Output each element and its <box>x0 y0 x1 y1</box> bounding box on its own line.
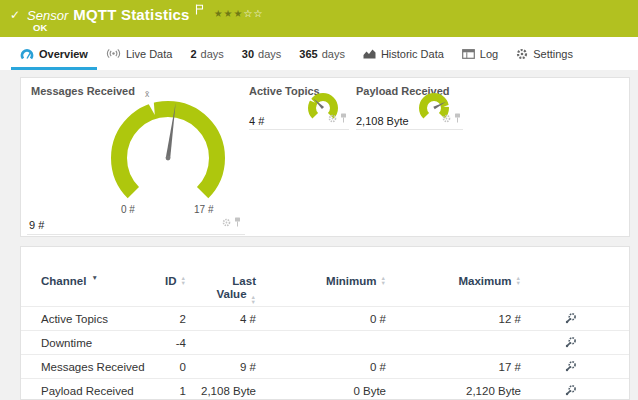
tab-overview-label: Overview <box>39 48 88 60</box>
gauge-current-value: 9 # <box>29 219 44 231</box>
sort-arrows-icon: ▲▼ <box>381 276 386 285</box>
table-row: Messages Received 0 9 # 0 # 17 # <box>21 354 629 378</box>
cell-channel: Downtime <box>41 337 151 349</box>
tab-365-days-number: 365 <box>299 48 317 60</box>
column-header-id[interactable]: ID ▲▼ <box>151 275 186 287</box>
cell-maximum: 12 # <box>386 313 521 325</box>
pin-icon[interactable] <box>454 109 461 127</box>
cell-maximum: 2,120 Byte <box>386 385 521 397</box>
gauge-current-value: 4 # <box>249 115 264 127</box>
overview-content: Messages Received x̄ 0 # 17 # 9 # <box>0 70 638 400</box>
channel-settings-icon[interactable] <box>521 336 591 349</box>
channel-gear-icon[interactable] <box>442 109 451 127</box>
column-header-last-value[interactable]: Last Value▲▼ <box>186 275 256 303</box>
live-signal-icon <box>106 48 121 59</box>
cell-last-value: 4 # <box>186 313 256 325</box>
cell-last-value: 9 # <box>186 361 256 373</box>
tab-live-data-label: Live Data <box>126 48 172 60</box>
tab-log[interactable]: Log <box>453 37 507 70</box>
cell-minimum: 0 # <box>256 313 386 325</box>
cell-minimum: 0 # <box>256 361 386 373</box>
status-badge: OK <box>33 22 47 33</box>
sort-arrows-icon: ▲▼ <box>251 295 256 304</box>
pin-icon[interactable] <box>234 213 241 231</box>
column-header-maximum[interactable]: Maximum ▲▼ <box>386 275 521 287</box>
cell-id: 0 <box>151 361 186 373</box>
bar-chart-icon <box>363 48 376 59</box>
priority-stars[interactable]: ★★★☆☆ <box>214 8 264 19</box>
filter-caret-icon: ▼ <box>91 274 97 281</box>
column-header-channel[interactable]: Channel ▼ <box>41 275 151 287</box>
stars-filled[interactable]: ★★★ <box>214 8 244 19</box>
log-table-icon <box>462 49 475 59</box>
tab-365-days-word: days <box>322 48 345 60</box>
cell-maximum: 17 # <box>386 361 521 373</box>
tab-bar: Overview Live Data 2 days 30 days 365 da… <box>0 37 638 70</box>
column-header-minimum[interactable]: Minimum ▲▼ <box>256 275 386 287</box>
tab-historic-data[interactable]: Historic Data <box>354 37 453 70</box>
channel-table: Channel ▼ ID ▲▼ Last Value▲▼ Minimum ▲▼ … <box>21 247 629 400</box>
sort-arrows-icon: ▲▼ <box>181 276 186 285</box>
gauge-tile-messages-received[interactable]: Messages Received x̄ 0 # 17 # 9 # <box>27 82 245 235</box>
tab-overview[interactable]: Overview <box>11 37 97 70</box>
sort-arrows-icon: ▲▼ <box>516 276 521 285</box>
tab-2-days-number: 2 <box>190 48 196 60</box>
flag-icon[interactable] <box>195 1 204 19</box>
table-row: Downtime -4 <box>21 330 629 354</box>
pin-icon[interactable] <box>340 109 347 127</box>
channel-settings-icon[interactable] <box>521 384 591 397</box>
cell-id: 2 <box>151 313 186 325</box>
tab-2-days-word: days <box>201 48 224 60</box>
object-kind-label: Sensor <box>27 8 68 23</box>
channel-settings-icon[interactable] <box>521 312 591 325</box>
cell-channel: Active Topics <box>41 313 151 325</box>
average-marker-label: x̄ <box>145 89 150 99</box>
gauge-tile-active-topics[interactable]: Active Topics 4 # <box>249 85 349 130</box>
cell-channel: Payload Received <box>41 385 151 397</box>
cell-id: -4 <box>151 337 186 349</box>
channel-gear-icon[interactable] <box>222 213 231 231</box>
gear-icon <box>516 48 528 60</box>
tab-30-days-word: days <box>258 48 281 60</box>
stars-empty[interactable]: ☆☆ <box>244 8 264 19</box>
page-title: MQTT Statistics <box>73 6 189 23</box>
tab-live-data[interactable]: Live Data <box>97 37 181 70</box>
channel-settings-icon[interactable] <box>521 360 591 373</box>
tab-2-days[interactable]: 2 days <box>181 37 232 70</box>
status-ok-check-icon: ✓ <box>10 8 20 22</box>
channel-table-panel: Channel ▼ ID ▲▼ Last Value▲▼ Minimum ▲▼ … <box>20 246 630 400</box>
cell-channel: Messages Received <box>41 361 151 373</box>
gauges-panel: Messages Received x̄ 0 # 17 # 9 # <box>20 77 630 237</box>
table-row: Payload Received 1 2,108 Byte 0 Byte 2,1… <box>21 378 629 400</box>
messages-received-gauge: x̄ 0 # 17 # <box>76 86 276 226</box>
tab-settings[interactable]: Settings <box>507 37 582 70</box>
cell-id: 1 <box>151 385 186 397</box>
channel-gear-icon[interactable] <box>328 109 337 127</box>
table-header-row: Channel ▼ ID ▲▼ Last Value▲▼ Minimum ▲▼ … <box>21 259 629 306</box>
gauge-scale-min: 0 # <box>121 204 135 215</box>
tab-30-days[interactable]: 30 days <box>233 37 291 70</box>
gauge-icon <box>20 48 34 60</box>
cell-last-value: 2,108 Byte <box>186 385 256 397</box>
gauge-scale-max: 17 # <box>194 204 214 215</box>
tab-30-days-number: 30 <box>242 48 254 60</box>
tab-historic-data-label: Historic Data <box>381 48 444 60</box>
tab-settings-label: Settings <box>533 48 573 60</box>
cell-minimum: 0 Byte <box>256 385 386 397</box>
tab-365-days[interactable]: 365 days <box>290 37 354 70</box>
tab-log-label: Log <box>480 48 498 60</box>
gauge-tile-payload-received[interactable]: Payload Received 2,108 Byte <box>356 85 463 130</box>
sensor-status-banner: ✓ Sensor MQTT Statistics ★★★☆☆ OK <box>0 0 638 37</box>
table-row: Active Topics 2 4 # 0 # 12 # <box>21 306 629 330</box>
gauge-current-value: 2,108 Byte <box>356 115 409 127</box>
